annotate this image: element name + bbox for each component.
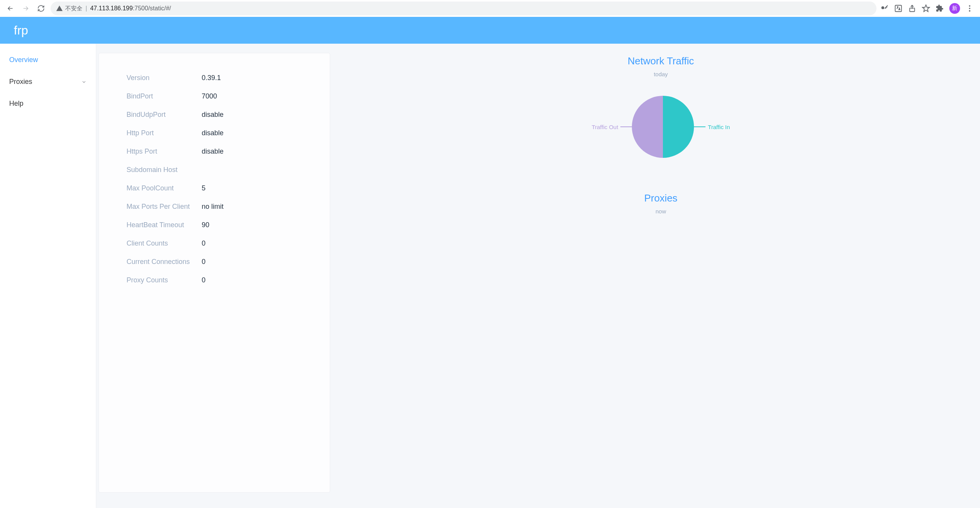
- svg-rect-0: [895, 5, 902, 12]
- main-content: Version0.39.1 BindPort7000 BindUdpPortdi…: [96, 44, 980, 508]
- info-label: Current Connections: [127, 258, 202, 266]
- menu-icon[interactable]: [965, 4, 974, 13]
- pie-icon: [632, 96, 694, 158]
- pie-slice-out: [632, 96, 663, 158]
- info-value: disable: [202, 147, 224, 156]
- avatar[interactable]: 新: [949, 3, 960, 14]
- info-row: Max Ports Per Clientno limit: [127, 197, 330, 216]
- info-row: Subdomain Host: [127, 161, 330, 179]
- arrow-right-icon: [22, 5, 30, 12]
- sidebar-item-help[interactable]: Help: [0, 93, 96, 115]
- sidebar-item-label: Help: [9, 100, 23, 108]
- share-icon[interactable]: [908, 4, 916, 13]
- proxies-section: Proxies now: [357, 192, 965, 215]
- info-row: Http Portdisable: [127, 124, 330, 142]
- legend-line-icon: [694, 126, 705, 127]
- security-text: 不安全: [65, 5, 82, 12]
- info-value: disable: [202, 111, 224, 119]
- app-title: frp: [14, 23, 28, 38]
- info-value: 5: [202, 184, 206, 192]
- info-label: HeartBeat Timeout: [127, 221, 202, 229]
- chevron-down-icon: [81, 79, 87, 85]
- proxies-title: Proxies: [357, 192, 965, 204]
- info-label: Subdomain Host: [127, 166, 202, 174]
- info-label: Version: [127, 74, 202, 82]
- sidebar-item-overview[interactable]: Overview: [0, 49, 96, 71]
- address-url: 47.113.186.199:7500/static/#/: [90, 5, 171, 12]
- app-header: frp: [0, 17, 980, 44]
- address-bar[interactable]: 不安全 | 47.113.186.199:7500/static/#/: [51, 2, 876, 15]
- proxies-subtitle: now: [357, 208, 965, 215]
- legend-traffic-in: Traffic In: [694, 124, 730, 130]
- sidebar-item-label: Proxies: [9, 78, 32, 86]
- translate-icon[interactable]: [894, 4, 903, 13]
- info-value: 7000: [202, 92, 217, 100]
- info-row: BindPort7000: [127, 87, 330, 105]
- info-row: Version0.39.1: [127, 69, 330, 87]
- traffic-title: Network Traffic: [357, 55, 965, 67]
- reload-icon: [37, 5, 45, 12]
- app-body: Overview Proxies Help Version0.39.1 Bind…: [0, 44, 980, 508]
- svg-point-2: [969, 5, 970, 7]
- sidebar: Overview Proxies Help: [0, 44, 96, 508]
- legend-line-icon: [620, 126, 632, 127]
- sidebar-item-label: Overview: [9, 56, 38, 64]
- info-row: BindUdpPortdisable: [127, 105, 330, 124]
- traffic-section: Network Traffic today Traffic Out Traffi…: [357, 55, 965, 158]
- info-value: 0.39.1: [202, 74, 221, 82]
- extensions-icon[interactable]: [936, 4, 944, 13]
- server-info-card: Version0.39.1 BindPort7000 BindUdpPortdi…: [99, 53, 330, 493]
- info-row: Current Connections0: [127, 252, 330, 271]
- back-button[interactable]: [5, 3, 16, 14]
- info-row: Max PoolCount5: [127, 179, 330, 197]
- info-value: 0: [202, 239, 206, 247]
- browser-right-icons: 新: [880, 3, 975, 14]
- warning-icon: [56, 5, 63, 12]
- info-value: 0: [202, 276, 206, 284]
- address-separator: |: [86, 5, 87, 12]
- info-value: no limit: [202, 203, 224, 211]
- info-label: Http Port: [127, 129, 202, 137]
- browser-toolbar: 不安全 | 47.113.186.199:7500/static/#/ 新: [0, 0, 980, 17]
- svg-point-4: [969, 10, 970, 12]
- forward-button[interactable]: [20, 3, 31, 14]
- traffic-pie-chart: Traffic Out Traffic In: [357, 96, 965, 158]
- security-status: 不安全: [56, 5, 82, 12]
- info-row: Proxy Counts0: [127, 271, 330, 289]
- star-icon[interactable]: [922, 4, 930, 13]
- sidebar-item-proxies[interactable]: Proxies: [0, 71, 96, 93]
- pie-slice-in: [663, 96, 694, 158]
- info-row: HeartBeat Timeout90: [127, 216, 330, 234]
- info-label: Proxy Counts: [127, 276, 202, 284]
- info-label: Max PoolCount: [127, 184, 202, 192]
- info-value: 0: [202, 258, 206, 266]
- info-label: BindUdpPort: [127, 111, 202, 119]
- charts-column: Network Traffic today Traffic Out Traffi…: [330, 53, 980, 493]
- legend-traffic-out: Traffic Out: [592, 124, 632, 130]
- info-label: Https Port: [127, 147, 202, 156]
- svg-point-3: [969, 8, 970, 9]
- reload-button[interactable]: [35, 3, 47, 14]
- arrow-left-icon: [7, 5, 14, 12]
- info-row: Client Counts0: [127, 234, 330, 252]
- info-row: Https Portdisable: [127, 142, 330, 161]
- info-value: disable: [202, 129, 224, 137]
- info-label: BindPort: [127, 92, 202, 100]
- key-icon[interactable]: [880, 4, 889, 13]
- info-value: 90: [202, 221, 209, 229]
- info-label: Max Ports Per Client: [127, 203, 202, 211]
- info-label: Client Counts: [127, 239, 202, 247]
- traffic-subtitle: today: [357, 71, 965, 77]
